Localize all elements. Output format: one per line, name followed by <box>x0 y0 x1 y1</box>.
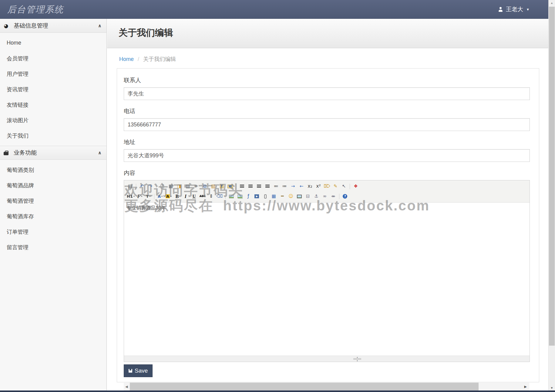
sidebar-item-1-5[interactable]: 留言管理 <box>0 240 106 255</box>
undo-icon[interactable]: ↶ <box>139 183 145 190</box>
align-justify-icon[interactable] <box>264 183 271 190</box>
toolbar-separator <box>154 194 154 199</box>
multi-image-icon[interactable] <box>237 193 243 200</box>
paste-as-text-icon[interactable]: T <box>218 183 225 190</box>
copy-icon[interactable]: ⧉ <box>201 183 208 190</box>
map-icon[interactable] <box>296 193 303 200</box>
sidebar-item-0-2[interactable]: 用户管理 <box>0 66 106 82</box>
line-height-icon[interactable]: ⇕ <box>208 193 214 200</box>
subscript-icon[interactable]: x₂ <box>307 183 313 190</box>
paste-from-word-icon[interactable]: W <box>227 183 234 190</box>
sidebar-item-0-3[interactable]: 资讯管理 <box>0 82 106 97</box>
unlink-icon[interactable]: ∞ <box>330 193 337 200</box>
sidebar-section-header-1[interactable]: 业务功能∧ <box>0 146 106 160</box>
sidebar-item-0-4[interactable]: 友情链接 <box>0 97 106 112</box>
form-panel: 联系人电话地址 内容 ▤↶↷◫▦◨▧✂⧉▥TW≕≔→←x₂x²⌦✎↖❖ H1▾F… <box>117 68 539 382</box>
horizontal-scrollbar-thumb[interactable] <box>130 383 479 390</box>
breadcrumb-home-link[interactable]: Home <box>119 56 134 62</box>
table-icon[interactable]: ▦ <box>271 193 277 200</box>
print-icon[interactable]: ▦ <box>167 183 174 190</box>
sidebar-section-list-0: Home会员管理用户管理资讯管理友情链接滚动图片关于我们 <box>0 33 106 146</box>
italic-icon[interactable]: I <box>182 193 189 200</box>
paste-icon[interactable]: ▥ <box>210 183 217 190</box>
strikethrough-icon[interactable]: ABC <box>199 193 206 200</box>
page-header: 关于我们编辑 <box>107 19 548 48</box>
anchor-icon[interactable]: ⚓ <box>313 193 320 200</box>
sidebar-item-1-2[interactable]: 葡萄酒管理 <box>0 193 106 209</box>
editor-resize-handle[interactable]: ▴ ▾ <box>353 356 361 362</box>
scroll-left-icon[interactable]: ◀ <box>125 383 128 390</box>
outdent-icon[interactable]: ← <box>298 183 305 190</box>
horizontal-rule-icon[interactable]: ━ <box>279 193 286 200</box>
superscript-icon[interactable]: x² <box>315 183 322 190</box>
font-size-select-icon[interactable]: T▾ <box>145 193 152 200</box>
scroll-down-icon[interactable]: ▼ <box>549 386 555 390</box>
sidebar-section-list-1: 葡萄酒类别葡萄酒品牌葡萄酒管理葡萄酒库存订单管理留言管理 <box>0 160 106 257</box>
sidebar-item-0-5[interactable]: 滚动图片 <box>0 112 106 128</box>
sidebar-item-1-3[interactable]: 葡萄酒库存 <box>0 209 106 224</box>
user-icon <box>498 7 503 12</box>
heading-select-icon[interactable]: H1▾ <box>127 193 135 200</box>
sidebar-item-0-0[interactable]: Home <box>0 35 106 51</box>
dashboard-icon: ◕ <box>3 23 9 29</box>
unordered-list-icon[interactable]: ≔ <box>281 183 288 190</box>
sidebar-section-header-0[interactable]: ◕基础信息管理∧ <box>0 19 106 33</box>
user-menu[interactable]: 王老大 ▼ <box>498 5 530 13</box>
source-icon[interactable]: ▤ <box>127 183 133 190</box>
link-icon[interactable]: ∞ <box>321 193 328 200</box>
sidebar-item-1-1[interactable]: 葡萄酒品牌 <box>0 178 106 193</box>
emoticon-icon[interactable]: ☺ <box>288 193 294 200</box>
save-button[interactable]: Save <box>124 364 153 377</box>
quick-format-icon[interactable]: ✎ <box>332 183 339 190</box>
phone-input[interactable] <box>124 118 530 131</box>
editor-content[interactable]: 专业销售酒品30年 <box>124 203 530 356</box>
scroll-right-icon[interactable]: ▶ <box>524 383 527 390</box>
save-row: Save <box>124 364 530 377</box>
select-all-icon[interactable]: ↖ <box>341 183 347 190</box>
form-field-address: 地址 <box>124 138 530 162</box>
align-center-icon[interactable] <box>247 183 254 190</box>
sidebar-item-1-0[interactable]: 葡萄酒类别 <box>0 162 106 178</box>
bold-icon[interactable]: B <box>174 193 180 200</box>
align-left-icon[interactable] <box>239 183 245 190</box>
toolbar-row-2: H1▾F▾T▾A▾A▾BIUABC⇕⌫ƒ▶▦━☺⊟⚓∞∞? <box>126 191 528 201</box>
flash-icon[interactable]: ƒ <box>245 193 252 200</box>
sidebar-item-1-4[interactable]: 订单管理 <box>0 224 106 240</box>
align-right-icon[interactable] <box>256 183 262 190</box>
scroll-up-icon[interactable]: ▲ <box>549 1 555 5</box>
remove-format-icon[interactable]: ⌫ <box>216 193 223 200</box>
fullscreen-icon[interactable]: ❖ <box>352 183 359 190</box>
template-icon[interactable]: ◨ <box>176 183 183 190</box>
highlight-color-icon[interactable]: A▾ <box>165 193 172 200</box>
vertical-scrollbar[interactable]: ▲ ▼ <box>548 0 555 392</box>
redo-icon[interactable]: ↷ <box>147 183 154 190</box>
page-break-icon[interactable]: ⊟ <box>304 193 311 200</box>
dropdown-caret-icon: ▾ <box>149 195 150 198</box>
text-color-icon[interactable]: A▾ <box>157 193 163 200</box>
sidebar-item-0-1[interactable]: 会员管理 <box>0 51 106 66</box>
main-content: 关于我们编辑 Home / 关于我们编辑 联系人电话地址 内容 ▤↶↷◫▦◨▧✂… <box>107 19 548 392</box>
media-icon[interactable]: ▶ <box>254 193 260 200</box>
about-icon[interactable]: ? <box>342 193 348 200</box>
font-family-select-icon[interactable]: F▾ <box>136 193 143 200</box>
cut-icon[interactable]: ✂ <box>193 183 200 190</box>
address-input[interactable] <box>124 149 530 162</box>
sidebar-item-0-6[interactable]: 关于我们 <box>0 128 106 143</box>
dropdown-caret-icon: ▾ <box>141 195 142 198</box>
ordered-list-icon[interactable]: ≕ <box>273 183 279 190</box>
breadcrumb: Home / 关于我们编辑 <box>107 48 548 68</box>
code-icon[interactable]: ▧ <box>184 183 191 190</box>
underline-icon[interactable]: U <box>191 193 197 200</box>
horizontal-scrollbar[interactable]: ◀ ▶ <box>124 383 529 390</box>
form-field-phone: 电话 <box>124 107 530 131</box>
vertical-scrollbar-thumb[interactable] <box>549 7 555 346</box>
attachment-icon[interactable] <box>262 193 269 200</box>
briefcase-icon <box>4 152 8 155</box>
contact-input[interactable] <box>124 87 530 100</box>
field-label-phone: 电话 <box>124 107 530 115</box>
preview-icon[interactable]: ◫ <box>159 183 166 190</box>
indent-icon[interactable]: → <box>290 183 296 190</box>
clear-format-icon[interactable]: ⌦ <box>324 183 330 190</box>
insert-image-icon[interactable] <box>228 193 235 200</box>
sidebar: ◕基础信息管理∧Home会员管理用户管理资讯管理友情链接滚动图片关于我们业务功能… <box>0 19 107 392</box>
